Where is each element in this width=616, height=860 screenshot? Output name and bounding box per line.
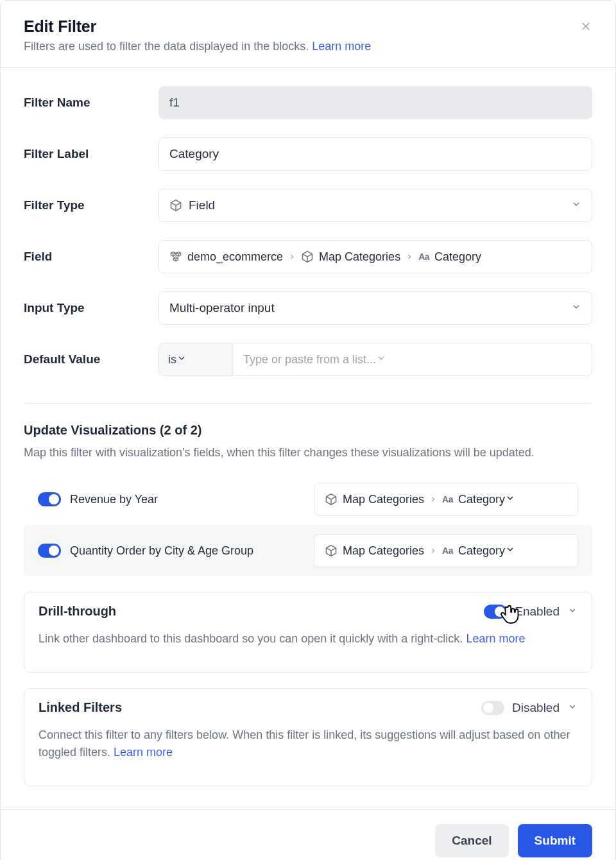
select-viz-field-1[interactable]: Map Categories Aa Category: [314, 534, 578, 567]
select-input-type[interactable]: Multi-operator input: [158, 291, 592, 325]
chevron-down-icon: [176, 353, 187, 366]
divider: [24, 403, 592, 404]
row-filter-name: Filter Name f1: [24, 86, 592, 119]
panel-drill-through: Drill-through Enabled Link other dashboa…: [24, 592, 592, 673]
label-filter-type: Filter Type: [24, 198, 158, 212]
label-default-value: Default Value: [24, 352, 158, 366]
input-filter-label[interactable]: Category: [158, 137, 592, 171]
chevron-down-icon: [571, 198, 581, 212]
modal-subtitle: Filters are used to filter the data disp…: [24, 40, 592, 53]
label-filter-label: Filter Label: [24, 147, 158, 161]
viz-name-1: Quantity Order by City & Age Group: [70, 544, 253, 558]
state-linked-filters: Disabled: [512, 701, 560, 715]
value-input-type: Multi-operator input: [169, 301, 275, 315]
linked-learn-more-link[interactable]: Learn more: [114, 746, 173, 759]
viz-bc-0-0: Map Categories: [343, 493, 424, 506]
select-operator[interactable]: is: [158, 343, 233, 376]
chevron-right-icon: [406, 250, 413, 264]
input-filter-name: f1: [158, 86, 592, 119]
cancel-button[interactable]: Cancel: [435, 824, 508, 857]
cube-icon: [325, 493, 338, 506]
cubes-icon: [169, 250, 182, 263]
cube-icon: [301, 250, 314, 263]
viz-name-0: Revenue by Year: [70, 493, 158, 506]
toggle-viz-0[interactable]: [38, 492, 61, 506]
chevron-down-icon[interactable]: [567, 701, 578, 714]
chevron-down-icon: [505, 544, 515, 557]
section-title-visualizations: Update Visualizations (2 of 2): [24, 423, 592, 438]
drill-desc-text: Link other dashboard to this dashboard s…: [38, 632, 466, 645]
bc-item-1: Map Categories: [319, 250, 400, 264]
value-filter-name: f1: [169, 96, 180, 110]
panel-linked-filters: Linked Filters Disabled Connect this fil…: [24, 688, 592, 786]
modal-title: Edit Filter: [24, 17, 592, 36]
learn-more-link[interactable]: Learn more: [312, 40, 371, 53]
text-type-icon: Aa: [442, 494, 453, 504]
state-drill-through: Enabled: [515, 605, 560, 619]
bc-item-0: demo_ecommerce: [187, 250, 283, 264]
text-type-icon: Aa: [418, 252, 429, 262]
submit-button[interactable]: Submit: [518, 824, 592, 857]
drill-learn-more-link[interactable]: Learn more: [466, 632, 525, 645]
toggle-drill-through[interactable]: [484, 605, 507, 619]
label-filter-name: Filter Name: [24, 96, 158, 110]
cube-icon: [169, 199, 182, 212]
modal-footer: Cancel Submit: [1, 809, 615, 860]
modal-body: Filter Name f1 Filter Label Category Fil…: [1, 68, 615, 786]
value-filter-type: Field: [189, 198, 215, 212]
viz-bc-1-0: Map Categories: [343, 544, 424, 558]
toggle-linked-filters[interactable]: [481, 701, 504, 715]
modal-header: Edit Filter Filters are used to filter t…: [1, 1, 615, 68]
field-breadcrumb: demo_ecommerce Map Categories Aa Categor…: [169, 250, 481, 264]
chevron-right-icon: [429, 544, 437, 558]
label-field: Field: [24, 250, 158, 264]
value-operator: is: [168, 353, 176, 366]
row-input-type: Input Type Multi-operator input: [24, 291, 592, 325]
panel-title-drill: Drill-through: [38, 604, 116, 619]
viz-row-0: Revenue by Year Map Categories Aa Catego…: [24, 474, 592, 525]
chevron-right-icon: [429, 493, 437, 506]
placeholder-default-value: Type or paste from a list...: [243, 353, 376, 366]
row-filter-type: Filter Type Field: [24, 189, 592, 222]
select-filter-type[interactable]: Field: [158, 189, 592, 222]
viz-breadcrumb-0: Map Categories Aa Category: [325, 493, 505, 506]
viz-row-1: Quantity Order by City & Age Group Map C…: [24, 525, 592, 576]
row-default-value: Default Value is Type or paste from a li…: [24, 343, 592, 376]
section-desc-visualizations: Map this filter with visualization's fie…: [24, 444, 592, 461]
row-filter-label: Filter Label Category: [24, 137, 592, 171]
bc-item-2: Category: [434, 250, 481, 264]
chevron-down-icon: [571, 301, 581, 315]
chevron-down-icon: [376, 353, 386, 366]
input-default-value[interactable]: Type or paste from a list...: [233, 343, 592, 376]
chevron-down-icon[interactable]: [567, 605, 578, 618]
select-field[interactable]: demo_ecommerce Map Categories Aa Categor…: [158, 240, 592, 273]
text-type-icon: Aa: [442, 546, 453, 556]
chevron-right-icon: [288, 250, 296, 264]
panel-desc-linked: Connect this filter to any filters below…: [38, 727, 578, 761]
panel-desc-drill: Link other dashboard to this dashboard s…: [38, 630, 578, 648]
edit-filter-modal: Edit Filter Filters are used to filter t…: [0, 0, 616, 860]
row-field: Field demo_ecommerce Map Categories: [24, 240, 592, 273]
viz-bc-0-1: Category: [458, 493, 505, 506]
label-input-type: Input Type: [24, 301, 158, 315]
subtitle-text: Filters are used to filter the data disp…: [24, 40, 309, 53]
select-viz-field-0[interactable]: Map Categories Aa Category: [314, 483, 578, 516]
cube-icon: [325, 544, 338, 557]
value-filter-label: Category: [169, 147, 219, 161]
viz-breadcrumb-1: Map Categories Aa Category: [325, 544, 505, 558]
chevron-down-icon: [505, 493, 515, 506]
close-icon[interactable]: [579, 20, 592, 33]
panel-title-linked: Linked Filters: [38, 700, 122, 715]
viz-bc-1-1: Category: [458, 544, 505, 558]
toggle-viz-1[interactable]: [38, 544, 61, 558]
